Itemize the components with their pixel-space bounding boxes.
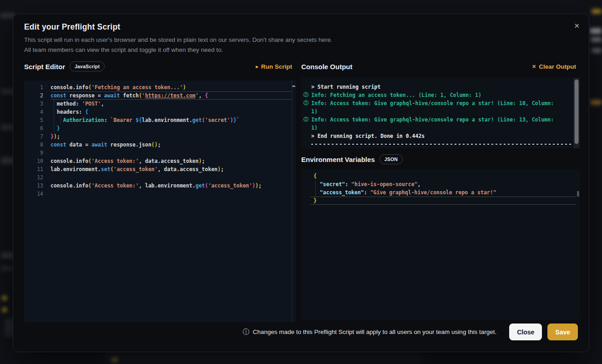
icon-spacer [303, 107, 311, 116]
info-icon: ⓘ [303, 99, 311, 107]
code-line [51, 173, 292, 182]
language-badge: JavaScript [70, 61, 105, 71]
console-lines: > Start running scriptⓘInfo: Fetching an… [303, 83, 572, 148]
console-text: Info: Fetching an access token... (Line:… [311, 91, 481, 99]
play-icon: ▸ [256, 64, 258, 70]
icon-spacer [303, 132, 311, 140]
modal-description-line2: All team members can view the script and… [24, 45, 332, 55]
backdrop-blur-shape [590, 28, 602, 34]
modal-description-line1: This script will run in each user's brow… [24, 35, 332, 45]
line-number: 7 [24, 132, 43, 141]
json-badge: JSON [379, 154, 403, 164]
overview-ruler-mark [577, 191, 579, 197]
info-icon: ⓘ [303, 91, 311, 99]
modal-footer: ⓘ Changes made to this Preflight Script … [243, 324, 578, 340]
code-line [51, 149, 292, 157]
console-output[interactable]: > Start running scriptⓘInfo: Fetching an… [301, 78, 580, 148]
console-line: ⓘInfo: Access token: Give graphql-hive/c… [303, 99, 572, 107]
indent-guide [54, 100, 54, 132]
clear-output-button[interactable]: ✕ Clear Output [532, 63, 576, 70]
backdrop-blur-shape [592, 48, 602, 53]
console-separator-row [303, 140, 572, 148]
console-line: ⓘInfo: Fetching an access token... (Line… [303, 91, 572, 99]
console-text: > Start running script [311, 83, 380, 91]
code-line: }); [51, 132, 292, 141]
line-number: 2 [24, 91, 43, 100]
script-editor[interactable]: 1234567891011121314 console.info('Fetchi… [24, 81, 296, 322]
console-line: > Start running script [303, 83, 572, 91]
separator-line [311, 144, 572, 145]
editor-scroll-border [292, 81, 292, 322]
backdrop-blur-shape [105, 352, 423, 364]
run-script-button[interactable]: ▸ Run Script [256, 63, 292, 70]
icon-spacer [303, 83, 311, 91]
env-line: "secret": "hive-is-open-source", [310, 180, 576, 188]
env-line: } [310, 197, 576, 205]
code-line: const data = await response.json(); [51, 141, 292, 149]
backdrop-blur-shape [1, 266, 13, 271]
code-line: console.info('Fetching an access token..… [51, 83, 292, 91]
footer-note: ⓘ Changes made to this Preflight Script … [243, 328, 496, 336]
line-number: 10 [24, 157, 43, 165]
editor-gutter: 1234567891011121314 [24, 83, 43, 198]
line-number: 11 [24, 165, 43, 173]
output-section: Console Output ✕ Clear Output > Start ru… [301, 60, 580, 319]
clear-icon: ✕ [532, 64, 536, 70]
indent-guide [315, 180, 316, 197]
backdrop-blur-shape [111, 358, 118, 362]
close-button[interactable]: Close [509, 324, 542, 340]
line-number: 4 [24, 108, 43, 116]
code-line: const response = await fetch('https://te… [51, 91, 292, 100]
console-text: 1) [311, 124, 318, 132]
console-line: 1) [303, 107, 572, 116]
backdrop-blur-shape [591, 37, 602, 42]
overview-ruler-mark [292, 86, 295, 87]
env-line: "access_token": "Give graphql-hive/conso… [310, 188, 576, 197]
modal-title: Edit your Preflight Script [24, 22, 120, 32]
console-text: Info: Access token: Give graphql-hive/co… [311, 116, 554, 124]
code-line: Authorization: `Bearer ${lab.environment… [51, 116, 292, 124]
console-text: Info: Access token: Give graphql-hive/co… [311, 99, 554, 107]
console-text: 1) [311, 107, 318, 116]
close-icon[interactable]: ✕ [572, 20, 582, 31]
indent-guide [60, 116, 61, 124]
footer-note-text: Changes made to this Preflight Script wi… [253, 329, 496, 335]
code-line: headers: { [51, 108, 292, 116]
line-number: 8 [24, 141, 43, 149]
modal-description: This script will run in each user's brow… [24, 35, 332, 55]
console-output-label: Console Output [301, 63, 353, 71]
environment-variables-editor[interactable]: { "secret": "hive-is-open-source", "acce… [301, 169, 580, 319]
script-editor-label: Script Editor [24, 63, 65, 71]
line-number: 13 [24, 182, 43, 190]
script-editor-section: Script Editor JavaScript ▸ Run Script 12… [24, 60, 296, 322]
preflight-script-modal: ✕ Edit your Preflight Script This script… [13, 14, 589, 352]
line-number: 3 [24, 100, 43, 108]
env-code: { "secret": "hive-is-open-source", "acce… [310, 172, 576, 205]
line-number: 5 [24, 116, 43, 124]
line-number: 14 [24, 190, 43, 198]
env-line: { [310, 172, 576, 180]
backdrop-blur-shape [590, 100, 602, 105]
code-line: } [51, 124, 292, 132]
code-line [51, 190, 292, 198]
clear-output-label: Clear Output [539, 63, 576, 70]
icon-spacer [303, 124, 311, 132]
console-line: > End running script. Done in 0.442s [303, 132, 572, 140]
console-text: > End running script. Done in 0.442s [311, 132, 425, 140]
info-icon: ⓘ [303, 116, 311, 124]
save-button[interactable]: Save [547, 324, 578, 340]
code-line: console.info('Access token:', lab.enviro… [51, 182, 292, 190]
line-number: 12 [24, 173, 43, 182]
console-scrollbar-thumb[interactable] [574, 79, 579, 144]
run-script-label: Run Script [261, 63, 292, 70]
environment-variables-label: Environment Variables [301, 156, 375, 163]
backdrop-blur-shape [2, 296, 7, 300]
editor-code: console.info('Fetching an access token..… [51, 83, 292, 198]
line-number: 1 [24, 83, 43, 91]
console-scrollbar[interactable] [573, 78, 580, 148]
line-number: 9 [24, 149, 43, 157]
code-line: console.info('Access token:', data.acces… [51, 157, 292, 165]
info-icon: ⓘ [243, 328, 249, 336]
console-line: 1) [303, 124, 572, 132]
code-line: method: 'POST', [51, 100, 292, 108]
